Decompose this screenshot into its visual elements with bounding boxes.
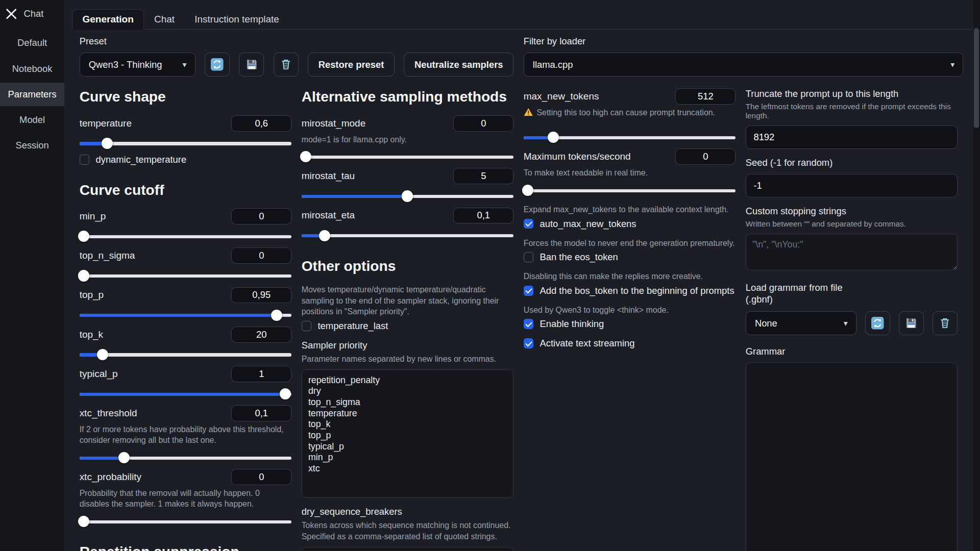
enable-thinking-label: Enable thinking — [540, 318, 604, 330]
trash-icon — [939, 317, 951, 330]
sidebar-item-default[interactable]: Default — [0, 31, 64, 55]
save-grammar-button[interactable] — [899, 311, 924, 335]
dynamic-temperature-checkbox[interactable] — [80, 155, 90, 165]
save-preset-button[interactable] — [239, 53, 264, 77]
main-panel: Generation Chat Instruction template Pre… — [64, 0, 979, 551]
sidebar-item-parameters[interactable]: Parameters — [0, 83, 64, 107]
dry-sequence-breakers-textarea[interactable]: "\n", ":", "\"", "*" — [302, 547, 513, 551]
truncate-input[interactable] — [746, 126, 958, 149]
auto-max-new-tokens-checkbox[interactable] — [524, 219, 534, 229]
xtc-threshold-input[interactable] — [231, 405, 291, 421]
slider-thumb[interactable] — [271, 310, 282, 321]
ban-eos-token-checkbox[interactable] — [524, 252, 534, 262]
max-tokens-second-input[interactable] — [675, 148, 736, 165]
mirostat-tau-input[interactable] — [453, 168, 513, 184]
mirostat-tau-slider[interactable] — [302, 190, 513, 202]
slider-thumb[interactable] — [118, 452, 130, 463]
sidebar-item-model[interactable]: Model — [0, 108, 64, 132]
mirostat-eta-slider[interactable] — [302, 230, 513, 241]
mirostat-mode-label: mirostat_mode — [302, 118, 366, 129]
grammar-textarea[interactable] — [746, 362, 958, 551]
slider-thumb[interactable] — [319, 230, 330, 241]
typical-p-input[interactable] — [231, 366, 291, 382]
max-tokens-second-desc: To make text readable in real time. — [524, 167, 736, 179]
tab-instruction-template[interactable]: Instruction template — [185, 10, 289, 29]
slider-thumb[interactable] — [280, 388, 291, 399]
min-p-input[interactable] — [231, 208, 291, 224]
slider-thumb[interactable] — [78, 516, 89, 527]
slider-thumb[interactable] — [548, 132, 559, 143]
max-new-tokens-input[interactable] — [675, 88, 736, 105]
xtc-probability-desc: Probability that the removal will actual… — [80, 488, 291, 510]
refresh-preset-button[interactable] — [205, 53, 230, 77]
temperature-last-checkbox[interactable] — [302, 321, 312, 331]
restore-preset-button[interactable]: Restore preset — [308, 53, 395, 77]
slider-thumb[interactable] — [97, 349, 108, 360]
preset-dropdown[interactable]: Qwen3 - Thinking ▾ — [80, 53, 195, 77]
slider-track[interactable] — [80, 353, 291, 356]
temperature-last-checkbox-row[interactable]: temperature_last — [302, 320, 513, 332]
slider-track[interactable] — [302, 234, 513, 237]
mirostat-mode-slider[interactable] — [302, 151, 513, 162]
slider-track[interactable] — [524, 189, 736, 192]
slider-track[interactable] — [80, 520, 291, 523]
slider-thumb[interactable] — [402, 190, 413, 202]
slider-thumb[interactable] — [300, 151, 311, 162]
xtc-probability-slider[interactable] — [80, 516, 291, 527]
slider-track[interactable] — [80, 235, 291, 238]
mirostat-mode-input[interactable] — [453, 115, 513, 132]
top-n-sigma-slider[interactable] — [80, 270, 291, 281]
slider-thumb[interactable] — [522, 185, 533, 196]
min-p-slider[interactable] — [80, 231, 291, 242]
top-n-sigma-input[interactable] — [231, 247, 291, 264]
neutralize-samplers-button[interactable]: Neutralize samplers — [404, 53, 513, 77]
typical-p-slider[interactable] — [80, 388, 291, 399]
top-k-slider[interactable] — [80, 349, 291, 360]
sidebar-item-session[interactable]: Session — [0, 134, 64, 158]
scrollbar-thumb[interactable] — [974, 28, 979, 128]
tab-chat[interactable]: Chat — [144, 10, 184, 29]
loader-dropdown[interactable]: llama.cpp ▾ — [524, 53, 964, 77]
tab-generation[interactable]: Generation — [72, 9, 144, 30]
top-k-input[interactable] — [231, 327, 291, 343]
column-tokens: max_new_tokens Setting this too high can… — [524, 88, 736, 551]
add-bos-token-checkbox[interactable] — [524, 286, 534, 296]
sampler-priority-textarea[interactable]: repetition_penalty dry top_n_sigma tempe… — [302, 369, 513, 498]
seed-input[interactable] — [746, 174, 958, 198]
slider-thumb[interactable] — [78, 270, 89, 281]
auto-max-new-tokens-label: auto_max_new_tokens — [540, 218, 636, 230]
max-tokens-second-slider[interactable] — [524, 185, 736, 196]
xtc-threshold-slider[interactable] — [80, 452, 291, 463]
ban-eos-token-checkbox-row[interactable]: Ban the eos_token — [524, 252, 736, 263]
auto-max-new-tokens-checkbox-row[interactable]: auto_max_new_tokens — [524, 218, 736, 230]
temperature-slider[interactable] — [80, 138, 291, 149]
add-bos-token-checkbox-row[interactable]: Add the bos_token to the beginning of pr… — [524, 285, 736, 296]
delete-grammar-button[interactable] — [933, 311, 958, 335]
dynamic-temperature-checkbox-row[interactable]: dynamic_temperature — [80, 154, 291, 165]
slider-track[interactable] — [302, 156, 513, 159]
stopping-strings-textarea[interactable] — [746, 234, 958, 270]
slider-thumb[interactable] — [78, 231, 89, 242]
slider-track[interactable] — [80, 274, 291, 278]
sidebar-section-label: Chat — [24, 8, 44, 19]
top-p-input[interactable] — [231, 287, 291, 304]
temperature-input[interactable] — [231, 115, 291, 132]
max-new-tokens-slider[interactable] — [524, 132, 736, 143]
page-scrollbar[interactable] — [973, 0, 979, 551]
activate-streaming-checkbox[interactable] — [524, 338, 534, 348]
mirostat-eta-input[interactable] — [453, 208, 513, 224]
close-icon[interactable] — [5, 8, 18, 20]
grammar-file-dropdown[interactable]: None ▾ — [746, 311, 856, 335]
enable-thinking-desc: Used by Qwen3 to toggle <think> mode. — [524, 305, 736, 316]
sidebar-item-notebook[interactable]: Notebook — [0, 57, 64, 81]
refresh-grammar-button[interactable] — [865, 311, 890, 335]
slider-thumb[interactable] — [102, 138, 113, 149]
activate-streaming-checkbox-row[interactable]: Activate text streaming — [524, 338, 736, 349]
xtc-probability-input[interactable] — [231, 469, 291, 485]
enable-thinking-checkbox[interactable] — [524, 319, 534, 329]
enable-thinking-checkbox-row[interactable]: Enable thinking — [524, 318, 736, 330]
slider-fill — [302, 195, 408, 198]
mirostat-eta-label: mirostat_eta — [302, 210, 355, 221]
top-p-slider[interactable] — [80, 310, 291, 321]
delete-preset-button[interactable] — [274, 53, 299, 77]
